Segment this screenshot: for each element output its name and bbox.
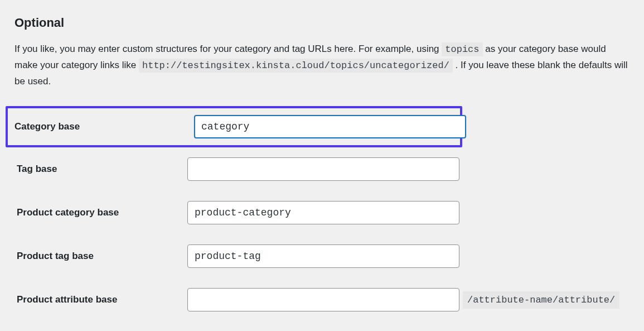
section-description: If you like, you may enter custom struct… — [14, 41, 628, 89]
product-tag-base-label: Product tag base — [14, 251, 187, 262]
tag-base-row: Tag base — [14, 147, 630, 191]
product-attribute-base-input[interactable] — [187, 288, 459, 311]
product-attribute-base-row: Product attribute base /attribute-name/a… — [14, 278, 630, 322]
section-heading: Optional — [14, 16, 630, 30]
tag-base-input[interactable] — [187, 157, 459, 181]
product-category-base-label: Product category base — [14, 207, 187, 218]
category-base-field-cell — [194, 115, 466, 138]
product-tag-base-row: Product tag base — [14, 234, 630, 278]
category-base-input[interactable] — [194, 115, 466, 138]
example-code-topics: topics — [442, 42, 482, 56]
description-text-1: If you like, you may enter custom struct… — [14, 44, 442, 54]
product-category-base-input[interactable] — [187, 201, 459, 224]
permalink-form-table: Category base Tag base Product category … — [14, 106, 630, 322]
tag-base-label: Tag base — [14, 164, 187, 175]
category-base-row-highlight: Category base — [6, 106, 462, 147]
example-code-url: http://testingsitex.kinsta.cloud/topics/… — [139, 59, 453, 73]
product-category-base-row: Product category base — [14, 191, 630, 234]
product-attribute-base-field-cell: /attribute-name/attribute/ — [187, 288, 630, 311]
tag-base-field-cell — [187, 157, 630, 181]
optional-permalink-section: Optional If you like, you may enter cust… — [0, 0, 644, 322]
category-base-label: Category base — [14, 121, 194, 132]
product-tag-base-input[interactable] — [187, 244, 459, 268]
product-category-base-field-cell — [187, 201, 630, 224]
product-attribute-base-label: Product attribute base — [14, 294, 187, 305]
product-tag-base-field-cell — [187, 244, 630, 268]
product-attribute-base-suffix: /attribute-name/attribute/ — [463, 291, 619, 309]
